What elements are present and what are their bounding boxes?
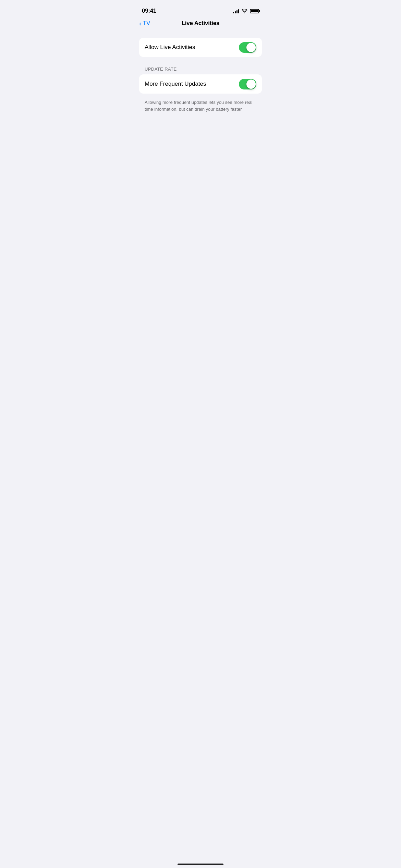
- allow-live-activities-toggle[interactable]: [239, 42, 256, 53]
- more-frequent-updates-label: More Frequent Updates: [145, 81, 206, 87]
- wifi-icon: [242, 9, 247, 13]
- toggle-thumb: [246, 43, 256, 52]
- back-button[interactable]: ‹ TV: [139, 20, 150, 27]
- status-bar: 09:41: [134, 0, 267, 17]
- allow-live-activities-row: Allow Live Activities: [139, 38, 262, 57]
- allow-live-activities-group: Allow Live Activities: [139, 38, 262, 57]
- update-rate-group: More Frequent Updates: [139, 74, 262, 94]
- page-title: Live Activities: [182, 20, 220, 27]
- nav-bar: ‹ TV Live Activities: [134, 17, 267, 31]
- update-rate-footer: Allowing more frequent updates lets you …: [139, 96, 262, 112]
- more-frequent-updates-row: More Frequent Updates: [139, 74, 262, 94]
- battery-icon: [250, 9, 259, 13]
- update-rate-section-header: UPDATE RATE: [139, 67, 262, 74]
- allow-live-activities-label: Allow Live Activities: [145, 44, 195, 51]
- toggle-thumb-2: [246, 80, 256, 89]
- signal-icon: [233, 9, 239, 13]
- status-time: 09:41: [142, 8, 156, 14]
- chevron-left-icon: ‹: [139, 20, 142, 27]
- settings-content: Allow Live Activities UPDATE RATE More F…: [134, 31, 267, 112]
- back-label: TV: [143, 20, 150, 27]
- more-frequent-updates-toggle[interactable]: [239, 79, 256, 89]
- status-icons: [233, 9, 259, 13]
